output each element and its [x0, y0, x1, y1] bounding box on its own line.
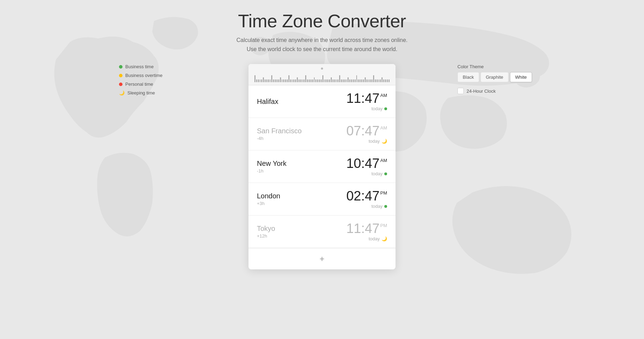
- tz-row-new-york: New York -1h 10:47AM today: [248, 150, 396, 183]
- business-time-dot: [119, 65, 122, 69]
- tz-time-new-york: 10:47AM: [346, 157, 387, 170]
- timeline-bar: [248, 64, 396, 85]
- moon-icon-tokyo: 🌙: [382, 236, 387, 241]
- sleeping-time-moon-icon: 🌙: [119, 91, 125, 95]
- legend-item-sleeping-time: 🌙 Sleeping time: [119, 90, 162, 96]
- 24-hour-clock-label: 24-Hour Clock: [467, 89, 496, 94]
- today-dot-halifax: [384, 107, 387, 110]
- tz-row-halifax: Halifax 11:47AM today: [248, 85, 396, 118]
- tz-time-tokyo: 11:47PM: [346, 222, 387, 235]
- tz-city-san-francisco: San Francisco: [257, 127, 302, 135]
- tz-left-new-york: New York -1h: [257, 160, 287, 174]
- tz-city-london: London: [257, 192, 280, 200]
- page-subtitle: Calculate exact time anywhere in the wor…: [236, 36, 407, 54]
- ruler-ticks: [254, 72, 390, 82]
- legend-item-personal-time: Personal time: [119, 82, 162, 87]
- add-timezone-button[interactable]: +: [316, 253, 328, 264]
- 24-hour-clock-checkbox[interactable]: [457, 88, 464, 94]
- legend-label-personal-time: Personal time: [125, 82, 153, 87]
- legend-label-business-overtime: Business overtime: [125, 73, 162, 78]
- tz-city-new-york: New York: [257, 160, 287, 168]
- tz-offset-san-francisco: -4h: [257, 136, 302, 141]
- tz-today-san-francisco: today 🌙: [346, 139, 387, 144]
- tz-row-san-francisco: San Francisco -4h 07:47AM today 🌙: [248, 118, 396, 150]
- moon-icon-san-francisco: 🌙: [382, 139, 387, 144]
- tz-left-tokyo: Tokyo +12h: [257, 225, 275, 239]
- legend-label-business-time: Business time: [125, 64, 154, 69]
- tz-time-halifax: 11:47AM: [346, 92, 387, 105]
- theme-button-black[interactable]: Black: [457, 72, 479, 82]
- tz-offset-tokyo: +12h: [257, 233, 275, 239]
- tz-right-tokyo: 11:47PM today 🌙: [346, 222, 387, 241]
- theme-button-graphite[interactable]: Graphite: [481, 72, 509, 82]
- page-title: Time Zone Converter: [238, 10, 406, 31]
- business-overtime-dot: [119, 74, 122, 77]
- tz-today-tokyo: today 🌙: [346, 236, 387, 241]
- tz-right-london: 02:47PM today: [346, 189, 387, 209]
- clock-toggle-section: 24-Hour Clock: [457, 88, 532, 94]
- legend: Business time Business overtime Personal…: [119, 64, 162, 96]
- theme-button-white[interactable]: White: [510, 72, 532, 82]
- tz-row-london: London +3h 02:47PM today: [248, 183, 396, 216]
- tz-offset-london: +3h: [257, 201, 280, 206]
- legend-item-business-overtime: Business overtime: [119, 73, 162, 78]
- tz-today-london: today: [346, 204, 387, 209]
- today-dot-new-york: [384, 172, 387, 175]
- right-panel: Color Theme Black Graphite White 24-Hour…: [457, 64, 532, 94]
- tz-offset-new-york: -1h: [257, 168, 287, 174]
- tz-right-san-francisco: 07:47AM today 🌙: [346, 124, 387, 144]
- tz-today-new-york: today: [346, 171, 387, 176]
- tz-today-halifax: today: [346, 106, 387, 111]
- legend-label-sleeping-time: Sleeping time: [127, 90, 155, 96]
- add-row: +: [248, 248, 396, 269]
- color-theme-label: Color Theme: [457, 64, 532, 69]
- tz-city-halifax: Halifax: [257, 98, 278, 106]
- converter-card: Halifax 11:47AM today San Francisco -4h: [248, 64, 396, 269]
- timeline-dot: [321, 68, 323, 70]
- personal-time-dot: [119, 83, 122, 86]
- tz-left-san-francisco: San Francisco -4h: [257, 127, 302, 141]
- tz-left-london: London +3h: [257, 192, 280, 206]
- color-theme-section: Color Theme Black Graphite White: [457, 64, 532, 82]
- tz-city-tokyo: Tokyo: [257, 225, 275, 233]
- theme-buttons: Black Graphite White: [457, 72, 532, 82]
- legend-item-business-time: Business time: [119, 64, 162, 69]
- tz-left-halifax: Halifax: [257, 98, 278, 106]
- tz-time-london: 02:47PM: [346, 189, 387, 203]
- tz-time-san-francisco: 07:47AM: [346, 124, 387, 137]
- tz-right-new-york: 10:47AM today: [346, 157, 387, 176]
- page-container: Time Zone Converter Calculate exact time…: [0, 0, 644, 269]
- main-content: Business time Business overtime Personal…: [0, 64, 644, 269]
- today-dot-london: [384, 205, 387, 208]
- tz-right-halifax: 11:47AM today: [346, 92, 387, 111]
- tz-row-tokyo: Tokyo +12h 11:47PM today 🌙: [248, 216, 396, 248]
